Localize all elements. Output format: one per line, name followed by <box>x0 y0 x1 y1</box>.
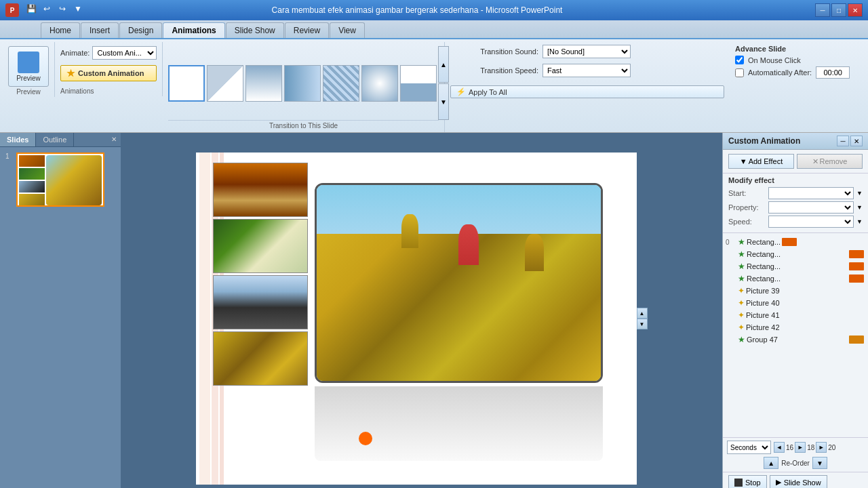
remove-button[interactable]: ✕ Remove <box>797 154 863 169</box>
anim-item-5[interactable]: ✦ Picture 40 <box>736 297 865 309</box>
slide-thumb-1[interactable]: 1 <box>5 152 115 207</box>
trans-thumb-4[interactable] <box>323 65 359 102</box>
slideshow-label: Slide Show <box>784 479 821 487</box>
scroll-up-button[interactable]: ▲ <box>637 308 648 319</box>
anim-item-1[interactable]: ★ Rectang... <box>736 248 865 260</box>
slides-panel-close[interactable]: ✕ <box>107 133 121 146</box>
anim-item-3[interactable]: ★ Rectang... <box>736 272 865 285</box>
automatically-after-row: Automatically After: <box>735 66 860 79</box>
tab-animations[interactable]: Animations <box>163 22 224 38</box>
anim-star-icon: ★ <box>738 335 745 344</box>
automatically-after-input[interactable] <box>816 66 850 79</box>
automatically-after-checkbox[interactable] <box>735 68 744 77</box>
anim-item-6[interactable]: ✦ Picture 41 <box>736 309 865 321</box>
trans-thumb-2[interactable] <box>245 65 282 102</box>
animate-select[interactable]: Custom Ani... <box>92 46 157 60</box>
anim-item-label: Picture 39 <box>746 287 864 295</box>
anim-item-2[interactable]: ★ Rectang... <box>736 260 865 272</box>
reorder-up-button[interactable]: ▲ <box>764 457 778 469</box>
anim-item-label: Rectang... <box>747 250 848 258</box>
trans-thumb-1[interactable] <box>207 65 243 102</box>
transition-speed-select[interactable]: Fast <box>542 64 631 77</box>
anim-item-4[interactable]: ✦ Picture 39 <box>736 285 865 297</box>
vertical-scrollbar[interactable]: ▲ ▼ <box>637 308 648 329</box>
panel-close-button[interactable]: ✕ <box>850 136 863 146</box>
trans-thumb-none[interactable] <box>168 65 205 102</box>
tab-outline[interactable]: Outline <box>36 133 74 146</box>
trans-thumb-5[interactable] <box>361 65 398 102</box>
tab-insert[interactable]: Insert <box>81 22 119 38</box>
tab-view[interactable]: View <box>330 22 365 38</box>
modify-section: Modify effect Start: ▼ Property: ▼ Speed… <box>723 174 868 233</box>
tab-home[interactable]: Home <box>41 22 80 38</box>
anim-color-bar <box>849 250 864 258</box>
ribbon-tabs: Home Insert Design Animations Slide Show… <box>0 20 868 38</box>
anim-color-bar <box>849 274 864 283</box>
reorder-down-button[interactable]: ▼ <box>812 457 827 469</box>
canvas-area: ▲ ▼ <box>121 133 722 488</box>
on-mouse-click-label: On Mouse Click <box>748 56 801 64</box>
main-image <box>315 183 603 383</box>
timeline-nav-right[interactable]: ► <box>795 442 806 453</box>
scroll-down-button[interactable]: ▼ <box>637 319 648 329</box>
tab-design[interactable]: Design <box>119 22 162 38</box>
custom-animation-panel: Custom Animation ─ ✕ ▼ Add Effect ✕ Remo… <box>722 133 868 488</box>
quick-access-toolbar: 💾 ↩ ↪ ▼ <box>24 2 85 16</box>
speed-label: Speed: <box>728 218 766 226</box>
action-buttons: Stop ▶ Slide Show <box>728 475 863 488</box>
window-title: Cara membuat efek animasi gambar bergera… <box>19 5 815 15</box>
timeline-unit-select[interactable]: Seconds <box>727 441 771 454</box>
panel-minimize-button[interactable]: ─ <box>837 136 849 146</box>
photo-desert <box>213 163 308 217</box>
apply-all-button[interactable]: ⚡ Apply To All <box>450 85 724 98</box>
tab-review[interactable]: Review <box>285 22 329 38</box>
custom-animation-button[interactable]: ★ Custom Animation <box>60 65 157 81</box>
transition-settings: Transition Sound: [No Sound] Transition … <box>445 42 730 100</box>
preview-button[interactable]: Preview <box>8 46 49 87</box>
add-effect-button[interactable]: ▼ Add Effect <box>728 154 794 169</box>
apply-all-label: Apply To All <box>469 88 507 96</box>
slide-number: 1 <box>5 152 14 160</box>
trans-thumb-3[interactable] <box>284 65 321 102</box>
anim-item-8[interactable]: ★ Group 47 <box>736 333 865 346</box>
reorder-label: Re-Order <box>781 460 810 467</box>
anim-item-label: Picture 40 <box>746 299 864 307</box>
timeline-nav: ◄ 16 ► 18 ► 20 <box>774 442 835 453</box>
start-dropdown-icon: ▼ <box>856 190 863 197</box>
anim-star-icon: ★ <box>738 262 745 271</box>
timeline-20: 20 <box>828 444 835 451</box>
property-select[interactable] <box>768 201 854 214</box>
timeline-row: Seconds ◄ 16 ► 18 ► 20 <box>727 441 864 454</box>
stop-button[interactable]: Stop <box>728 475 767 488</box>
tab-slideshow[interactable]: Slide Show <box>226 22 284 38</box>
on-mouse-click-checkbox[interactable] <box>735 56 744 64</box>
panel-bottom: Stop ▶ Slide Show AutoPreview <box>723 472 868 488</box>
anim-item-0[interactable]: ★ Rectang... <box>736 236 798 248</box>
customize-button[interactable]: ▼ <box>71 2 85 16</box>
maximize-button[interactable]: □ <box>831 3 846 17</box>
panel-actions: ▼ Add Effect ✕ Remove <box>723 150 868 174</box>
automatically-after-label: Automatically After: <box>748 68 812 77</box>
save-button[interactable]: 💾 <box>24 2 38 16</box>
transition-group-label: Transition to This Slide <box>168 120 439 131</box>
slide-canvas[interactable] <box>196 152 637 485</box>
slideshow-button[interactable]: ▶ Slide Show <box>770 475 827 488</box>
anim-item-7[interactable]: ✦ Picture 42 <box>736 321 865 333</box>
undo-button[interactable]: ↩ <box>40 2 54 16</box>
speed-select[interactable] <box>768 216 854 228</box>
preview-icon <box>18 52 39 73</box>
anim-item-label: Rectang... <box>747 238 781 246</box>
tulip-image <box>317 185 601 381</box>
start-select[interactable] <box>768 187 854 199</box>
timeline-16: 16 <box>786 444 793 451</box>
timeline-nav-right2[interactable]: ► <box>816 442 827 453</box>
close-button[interactable]: ✕ <box>848 3 863 17</box>
trans-thumb-6[interactable] <box>400 65 437 102</box>
transition-sound-select[interactable]: [No Sound] <box>542 45 631 58</box>
minimize-button[interactable]: ─ <box>815 3 830 17</box>
photo-flower <box>213 219 308 273</box>
redo-button[interactable]: ↪ <box>56 2 69 16</box>
panel-title-bar: Custom Animation ─ ✕ <box>723 133 868 150</box>
tab-slides[interactable]: Slides <box>0 133 36 146</box>
timeline-nav-left[interactable]: ◄ <box>774 442 785 453</box>
